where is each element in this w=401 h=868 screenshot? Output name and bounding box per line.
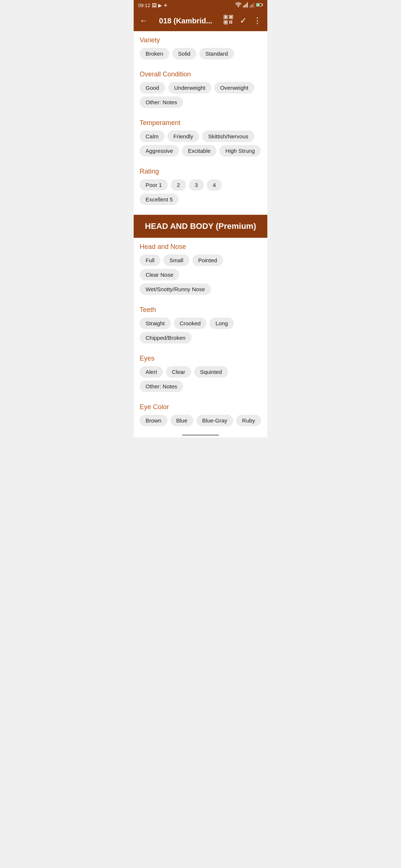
temperament-label: Temperament [140,119,261,127]
check-button[interactable]: ✓ [238,14,248,27]
image-icon: 🖼 [152,3,157,8]
chip-alert[interactable]: Alert [140,366,163,378]
temperament-section: Temperament Calm Friendly Skittish/Nervo… [134,114,267,162]
chip-2[interactable]: 2 [171,179,186,191]
chip-squinted[interactable]: Squinted [194,366,228,378]
signal2-icon [250,2,255,9]
chip-overweight[interactable]: Overweight [214,82,254,93]
head-nose-chips-row2: Wet/Snotty/Runny Nose [140,283,261,295]
variety-chips: Broken Solid Standard [140,48,261,59]
overall-condition-section: Overall Condition Good Underweight Overw… [134,65,267,114]
svg-rect-0 [243,6,244,7]
chip-crooked[interactable]: Crooked [174,318,207,329]
chip-good[interactable]: Good [140,82,165,93]
chip-broken[interactable]: Broken [140,48,169,59]
rating-chips: Poor 1 2 3 4 Excellent 5 [140,179,261,205]
variety-label: Variety [140,36,261,44]
svg-rect-12 [225,16,226,18]
eye-color-label: Eye Color [140,403,261,411]
svg-rect-1 [244,5,245,7]
svg-rect-7 [254,2,254,7]
teeth-chips-row2: Chipped/Broken [140,332,261,343]
head-and-nose-label: Head and Nose [140,243,261,251]
app-bar-title: 018 (Kambrid... [153,17,218,25]
teeth-section: Teeth Straight Crooked Long Chipped/Brok… [134,301,267,349]
temperament-chips-row2: Aggressive Excitable High Strung [140,145,261,157]
chip-blue[interactable]: Blue [170,415,193,426]
signal-icon [243,2,248,9]
eye-color-chips: Brown Blue Blue-Gray Ruby [140,415,261,426]
eye-color-section: Eye Color Brown Blue Blue-Gray Ruby [134,398,267,432]
overall-condition-chips-row1: Good Underweight Overweight [140,82,261,93]
chip-full[interactable]: Full [140,254,160,266]
overall-condition-label: Overall Condition [140,70,261,78]
status-left: 09:12 🖼 ▶ ☀ [138,3,168,8]
scroll-indicator [134,432,267,437]
back-button[interactable]: ← [138,14,149,27]
main-content: Variety Broken Solid Standard Overall Co… [134,31,267,437]
svg-rect-5 [251,5,252,7]
svg-rect-6 [252,4,253,7]
eyes-section: Eyes Alert Clear Squinted Other: Notes [134,349,267,398]
chip-high-strung[interactable]: High Strung [219,145,261,157]
chip-3[interactable]: 3 [189,179,204,191]
chip-standard[interactable]: Standard [199,48,234,59]
battery-icon [256,3,263,8]
status-right [235,2,263,9]
chip-clear-nose[interactable]: Clear Nose [140,269,179,280]
chip-brown[interactable]: Brown [140,415,167,426]
chip-solid[interactable]: Solid [172,48,196,59]
chip-wet-nose[interactable]: Wet/Snotty/Runny Nose [140,283,211,295]
chip-skittish[interactable]: Skittish/Nervous [202,131,254,142]
svg-rect-10 [257,4,260,6]
chip-calm[interactable]: Calm [140,131,164,142]
svg-rect-14 [230,16,232,18]
weather-icon: ☀ [163,3,168,8]
chip-aggressive[interactable]: Aggressive [140,145,179,157]
chip-underweight[interactable]: Underweight [168,82,211,93]
chip-blue-gray[interactable]: Blue-Gray [196,415,234,426]
chip-4[interactable]: 4 [207,179,222,191]
teeth-label: Teeth [140,306,261,314]
chip-poor1[interactable]: Poor 1 [140,179,168,191]
app-bar: ← 018 (Kambrid... ✓ ⋮ [134,10,267,31]
time-display: 09:12 [138,3,150,8]
head-and-nose-section: Head and Nose Full Small Pointed Clear N… [134,238,267,301]
svg-rect-4 [250,6,251,7]
head-nose-chips-row1: Full Small Pointed Clear Nose [140,254,261,280]
svg-rect-2 [246,4,247,7]
wifi-icon [235,2,241,9]
chip-straight[interactable]: Straight [140,318,171,329]
chip-other-notes-eyes[interactable]: Other: Notes [140,381,183,392]
chip-ruby[interactable]: Ruby [236,415,261,426]
chip-excitable[interactable]: Excitable [182,145,216,157]
svg-rect-20 [231,22,232,23]
svg-rect-18 [231,21,232,22]
chip-other-notes-condition[interactable]: Other: Notes [140,96,183,108]
teeth-chips-row1: Straight Crooked Long [140,318,261,329]
more-options-button[interactable]: ⋮ [252,14,263,27]
play-icon: ▶ [158,3,162,8]
svg-rect-17 [229,21,231,22]
chip-long[interactable]: Long [209,318,234,329]
chip-clear[interactable]: Clear [166,366,191,378]
chip-small[interactable]: Small [163,254,189,266]
eyes-label: Eyes [140,355,261,362]
status-bar: 09:12 🖼 ▶ ☀ [134,0,267,10]
rating-label: Rating [140,168,261,175]
chip-friendly[interactable]: Friendly [167,131,199,142]
head-body-banner: HEAD AND BODY (Premium) [134,215,267,238]
chip-chipped-broken[interactable]: Chipped/Broken [140,332,192,343]
svg-rect-16 [225,22,226,23]
overall-condition-chips-row2: Other: Notes [140,96,261,108]
temperament-chips-row1: Calm Friendly Skittish/Nervous [140,131,261,142]
svg-rect-19 [229,22,231,23]
rating-section: Rating Poor 1 2 3 4 Excellent 5 [134,162,267,211]
eyes-chips: Alert Clear Squinted Other: Notes [140,366,261,392]
chip-excellent5[interactable]: Excellent 5 [140,194,179,205]
variety-section: Variety Broken Solid Standard [134,31,267,65]
chip-pointed[interactable]: Pointed [192,254,223,266]
scroll-bar [182,434,219,436]
svg-rect-3 [247,2,248,7]
qr-button[interactable] [222,13,235,28]
